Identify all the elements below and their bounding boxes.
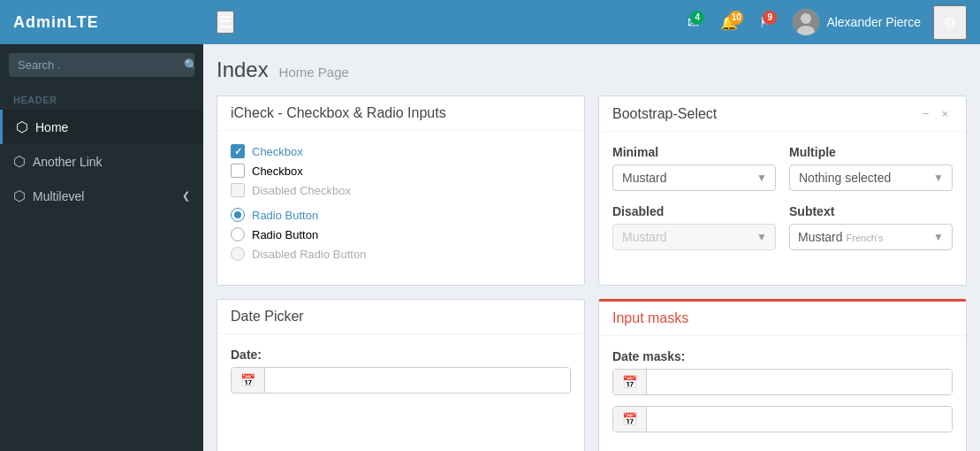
date-mask-input-2[interactable] (647, 407, 952, 432)
sidebar-header-label: HEADER (0, 86, 203, 110)
page-header: Index Home Page (217, 57, 967, 82)
bs-minimal-col: Minimal Mustard ▼ (612, 145, 776, 191)
disabled-select-wrap: Mustard ▼ (612, 224, 776, 250)
icheck-card-body: Checkbox Checkbox Disabled Checkbox (217, 131, 584, 285)
radio-1[interactable] (231, 208, 245, 222)
bell-icon-button[interactable]: 🔔 10 (711, 7, 747, 38)
date-field-section: Date: 📅 (231, 348, 571, 394)
list-item: Checkbox (231, 164, 571, 178)
list-item: Radio Button (231, 227, 571, 241)
multilevel-icon: ⬡ (13, 187, 26, 204)
checkbox-2[interactable] (231, 164, 245, 178)
radio-2-label: Radio Button (252, 228, 318, 241)
mail-icon-button[interactable]: ✉ 4 (679, 7, 708, 38)
minimal-select[interactable]: Mustard (612, 164, 776, 191)
multiple-select-wrap: Nothing selected ▼ (789, 164, 953, 191)
input-masks-title: Input masks (612, 310, 688, 326)
date-masks-section: Date masks: 📅 (612, 349, 953, 395)
bs-disabled-col: Disabled Mustard ▼ (612, 204, 776, 250)
search-input-wrap: 🔍 (9, 53, 194, 77)
checkbox-1-label: Checkbox (252, 145, 303, 158)
date-masks-label: Date masks: (612, 349, 953, 363)
calendar-icon: 📅 (232, 368, 265, 393)
date-field-label: Date: (231, 348, 571, 362)
icheck-card-header: iCheck - Checkbox & Radio Inputs (217, 96, 584, 131)
bootstrap-select-card-header: Bootstrap-Select − × (599, 96, 966, 132)
radio-3-disabled (231, 247, 245, 261)
bs-multiple-col: Multiple Nothing selected ▼ (789, 145, 953, 191)
main-content: Index Home Page iCheck - Checkbox & Radi… (203, 44, 980, 451)
sidebar-toggle-button[interactable]: ☰ (217, 11, 234, 34)
bell-badge: 10 (729, 11, 743, 25)
list-item: Disabled Checkbox (231, 183, 571, 197)
date-mask-input-wrap-1: 📅 (612, 369, 953, 395)
nav-icons-group: ✉ 4 🔔 10 ⚑ 9 Alexander Pierce ⚙ (679, 5, 967, 40)
minimal-select-wrap: Mustard ▼ (612, 164, 776, 191)
radio-1-label: Radio Button (252, 209, 318, 222)
multiple-select[interactable]: Nothing selected (789, 164, 953, 191)
input-masks-card-body: Date masks: 📅 📅 (599, 336, 966, 451)
date-input-wrap: 📅 (231, 367, 571, 394)
page-title: Index (217, 57, 269, 81)
date-input[interactable] (265, 368, 570, 393)
gear-button[interactable]: ⚙ (933, 5, 967, 40)
icheck-card: iCheck - Checkbox & Radio Inputs Checkbo… (217, 96, 585, 286)
icheck-card-title: iCheck - Checkbox & Radio Inputs (231, 105, 446, 121)
sidebar-item-home-label: Home (35, 120, 68, 134)
top-cards-row: iCheck - Checkbox & Radio Inputs Checkbo… (217, 96, 967, 286)
another-link-icon: ⬡ (13, 153, 26, 170)
app-logo: AdminLTE (13, 13, 217, 32)
card-tools: − × (918, 105, 953, 122)
layout: 🔍 HEADER ⬡ Home ⬡ Another Link ⬡ Multile… (0, 44, 980, 451)
multiple-label: Multiple (789, 145, 953, 159)
search-button[interactable]: 🔍 (175, 53, 194, 77)
radio-3-label: Disabled Radio Button (252, 248, 366, 261)
svg-point-1 (801, 13, 811, 24)
sidebar-item-home[interactable]: ⬡ Home (0, 110, 203, 144)
flag-badge: 9 (763, 11, 777, 25)
calendar-icon-1: 📅 (613, 370, 647, 394)
disabled-label: Disabled (612, 204, 776, 218)
home-icon: ⬡ (16, 118, 28, 135)
sidebar-item-another-link[interactable]: ⬡ Another Link (0, 144, 203, 179)
radio-2[interactable] (231, 227, 245, 241)
top-navbar: AdminLTE ☰ ✉ 4 🔔 10 ⚑ 9 Alexander Pierce (0, 0, 980, 44)
user-name: Alexander Pierce (826, 15, 921, 29)
bs-bottom-row: Disabled Mustard ▼ Subtext (612, 204, 953, 250)
date-picker-card-header: Date Picker (217, 300, 584, 334)
date-mask-input-wrap-2: 📅 (612, 406, 953, 432)
sidebar-item-another-link-label: Another Link (33, 155, 103, 169)
page-subtitle: Home Page (279, 65, 349, 80)
subtext-select[interactable] (789, 224, 953, 250)
user-menu[interactable]: Alexander Pierce (784, 9, 930, 35)
logo-thin: Admin (13, 13, 67, 31)
list-item: Disabled Radio Button (231, 247, 571, 261)
mail-badge: 4 (690, 11, 704, 25)
sidebar: 🔍 HEADER ⬡ Home ⬡ Another Link ⬡ Multile… (0, 44, 203, 451)
flag-icon-button[interactable]: ⚑ 9 (750, 7, 780, 38)
date-picker-title: Date Picker (231, 309, 304, 325)
calendar-icon-2: 📅 (613, 407, 647, 432)
bs-top-row: Minimal Mustard ▼ Multiple (612, 145, 953, 191)
close-button[interactable]: × (937, 105, 953, 122)
bs-subtext-col: Subtext ▼ Mustard French's (789, 204, 953, 250)
minimize-button[interactable]: − (918, 105, 934, 122)
avatar (793, 9, 819, 35)
search-input[interactable] (9, 53, 175, 77)
sidebar-item-multilevel[interactable]: ⬡ Multilevel ❮ (0, 179, 203, 213)
bootstrap-select-card: Bootstrap-Select − × Minimal Mustard (598, 96, 967, 286)
bootstrap-select-title: Bootstrap-Select (612, 106, 717, 122)
sidebar-item-multilevel-label: Multilevel (33, 189, 84, 203)
minimal-label: Minimal (612, 145, 776, 159)
checkbox-1[interactable] (231, 144, 245, 158)
list-item: Checkbox (231, 144, 571, 158)
bootstrap-select-card-body: Minimal Mustard ▼ Multiple (599, 132, 966, 264)
subtext-select-wrap: ▼ Mustard French's (789, 224, 953, 250)
date-mask-input-1[interactable] (647, 370, 952, 394)
date-picker-card-body: Date: 📅 (217, 334, 584, 420)
checkbox-2-label: Checkbox (252, 164, 303, 178)
input-masks-card-header: Input masks (599, 302, 966, 336)
chevron-left-icon: ❮ (182, 190, 190, 202)
checkbox-group: Checkbox Checkbox Disabled Checkbox (231, 144, 571, 197)
input-masks-card: Input masks Date masks: 📅 📅 (598, 299, 967, 451)
